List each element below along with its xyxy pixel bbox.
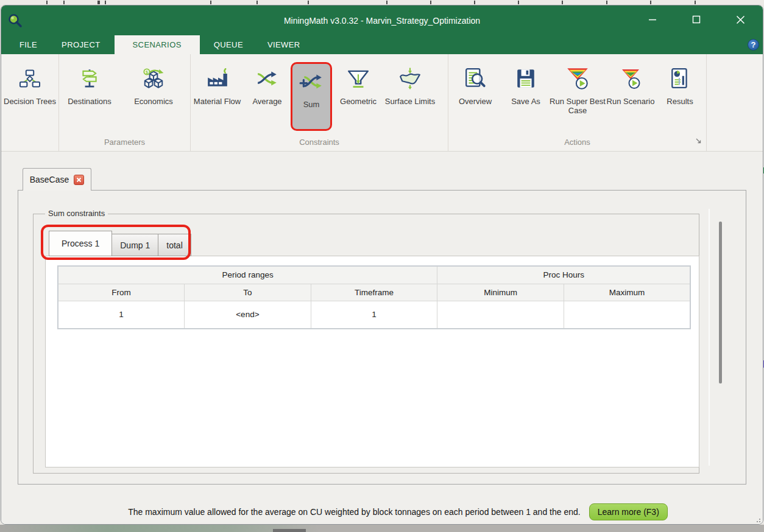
- cell-maximum[interactable]: [564, 301, 690, 329]
- average-icon: [256, 61, 279, 96]
- ribbon: Decision Trees Destinations: [1, 54, 763, 152]
- save-as-icon: [515, 61, 537, 96]
- sum-icon: [299, 65, 324, 99]
- learn-more-button[interactable]: Learn more (F3): [589, 503, 668, 520]
- ribbon-group-parameters: Destinations $: [59, 54, 191, 151]
- titlebar: MiningMath v3.0.32 - Marvin_Strategy_Opt…: [1, 5, 763, 35]
- help-icon[interactable]: ?: [748, 39, 759, 51]
- dialog-launcher-icon[interactable]: [695, 136, 702, 147]
- cell-from[interactable]: 1: [58, 301, 185, 329]
- process-1-pane: Period ranges Proc Hours From To Timefra…: [45, 256, 699, 467]
- background-window-artifact: [273, 529, 306, 532]
- tab-total[interactable]: total: [158, 234, 191, 256]
- table-header-row: From To Timeframe Minimum Maximum: [58, 284, 690, 301]
- groupbox-title: Sum constraints: [45, 209, 108, 218]
- overview-icon: [464, 61, 487, 96]
- close-scenario-tab-icon[interactable]: [74, 175, 84, 185]
- ribbon-group-actions: Overview Save As: [448, 54, 707, 151]
- miningmath-window: MiningMath v3.0.32 - Marvin_Strategy_Opt…: [1, 5, 763, 525]
- destination-tabs: Process 1 Dump 1 total: [49, 231, 191, 256]
- table-row: 1 <end> 1: [58, 301, 690, 329]
- menu-tab-file[interactable]: FILE: [9, 35, 48, 54]
- svg-text:$: $: [146, 69, 149, 75]
- column-header-timeframe: Timeframe: [311, 284, 437, 301]
- tab-process-1[interactable]: Process 1: [49, 231, 112, 256]
- material-flow-button[interactable]: Material Flow: [191, 61, 244, 107]
- cell-timeframe[interactable]: 1: [311, 301, 437, 329]
- sum-constraints-groupbox: Sum constraints Process 1 Dump 1 total P…: [33, 214, 699, 474]
- material-flow-icon: [206, 61, 229, 96]
- economics-button[interactable]: $ Economics: [120, 61, 187, 107]
- column-header-from: From: [58, 284, 185, 301]
- vertical-scrollbar[interactable]: [709, 209, 727, 466]
- run-scenario-button[interactable]: Run Scenario: [606, 61, 656, 107]
- close-button[interactable]: [734, 13, 747, 26]
- cell-to[interactable]: <end>: [185, 301, 311, 329]
- column-group-period-ranges: Period ranges: [58, 266, 437, 284]
- run-scenario-icon: [618, 61, 643, 96]
- statusbar: The maximum value allowed for the averag…: [1, 499, 763, 524]
- menu-tab-viewer[interactable]: VIEWER: [257, 35, 311, 54]
- column-group-proc-hours: Proc Hours: [437, 266, 690, 284]
- surface-limits-button[interactable]: Surface Limits: [384, 61, 436, 107]
- scenario-tab-basecase[interactable]: BaseCase: [23, 168, 91, 191]
- overview-button[interactable]: Overview: [448, 61, 502, 107]
- ribbon-group-constraints: Material Flow Average: [191, 54, 448, 151]
- sum-constraints-table: Period ranges Proc Hours From To Timefra…: [57, 265, 691, 329]
- geometric-button[interactable]: Geometric: [332, 61, 384, 107]
- results-icon: [669, 61, 691, 96]
- scrollbar-thumb[interactable]: [719, 222, 722, 383]
- scenario-content: BaseCase Sum constraints Process 1 Dump …: [1, 152, 763, 500]
- average-button[interactable]: Average: [244, 61, 291, 107]
- resize-grip[interactable]: [754, 516, 760, 522]
- background-window-sliver-bottom: [0, 525, 764, 532]
- run-super-best-case-icon: [565, 61, 590, 96]
- surface-limits-icon: [398, 61, 422, 96]
- scenario-tab-label: BaseCase: [30, 175, 69, 184]
- save-as-button[interactable]: Save As: [502, 61, 550, 107]
- destinations-button[interactable]: Destinations: [59, 61, 120, 107]
- sum-button[interactable]: Sum: [291, 62, 332, 131]
- menubar: FILE PROJECT SCENARIOS QUEUE VIEWER ?: [1, 35, 763, 54]
- geometric-icon: [347, 61, 370, 96]
- column-header-maximum: Maximum: [564, 284, 690, 301]
- screen: MiningMath v3.0.32 - Marvin_Strategy_Opt…: [0, 0, 764, 532]
- menu-tab-scenarios[interactable]: SCENARIOS: [115, 35, 200, 54]
- destinations-icon: [79, 61, 101, 96]
- results-button[interactable]: Results: [656, 61, 704, 107]
- background-window-sliver-top: [0, 0, 764, 5]
- menu-tab-project[interactable]: PROJECT: [51, 35, 110, 54]
- tab-dump-1[interactable]: Dump 1: [111, 234, 158, 256]
- table-group-header-row: Period ranges Proc Hours: [58, 266, 690, 284]
- column-header-minimum: Minimum: [437, 284, 564, 301]
- column-header-to: To: [185, 284, 311, 301]
- menu-tab-queue[interactable]: QUEUE: [203, 35, 253, 54]
- cell-minimum[interactable]: [437, 301, 564, 329]
- decision-trees-button[interactable]: Decision Trees: [1, 61, 58, 107]
- maximize-button[interactable]: [690, 13, 703, 26]
- ribbon-group-decision-trees: Decision Trees: [1, 54, 59, 151]
- status-message: The maximum value allowed for the averag…: [128, 507, 580, 517]
- decision-trees-icon: [19, 61, 41, 96]
- run-super-best-case-button[interactable]: Run Super Best Case: [550, 61, 606, 116]
- basecase-panel: Sum constraints Process 1 Dump 1 total P…: [18, 190, 746, 485]
- minimize-button[interactable]: [646, 13, 659, 26]
- economics-icon: $: [142, 61, 165, 96]
